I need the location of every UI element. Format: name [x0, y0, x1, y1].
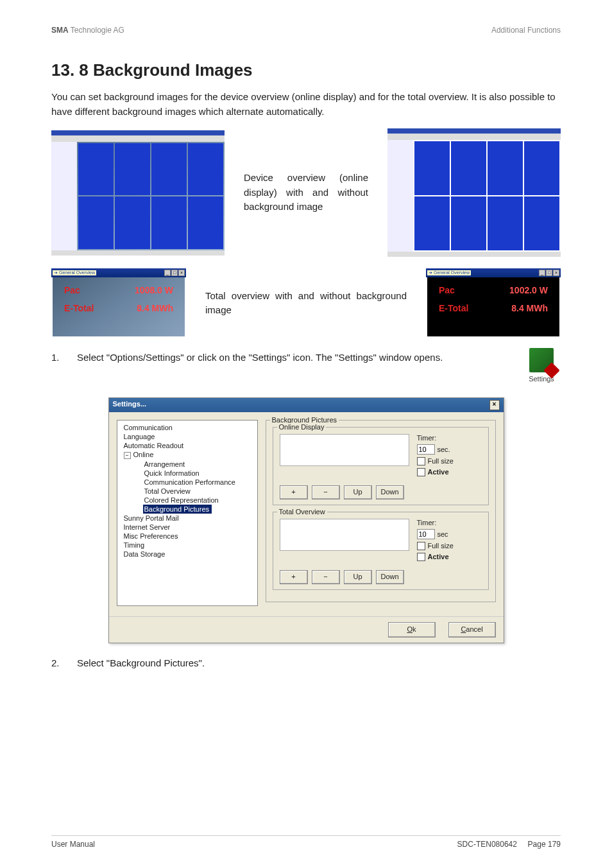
online-timer-label: Timer:: [417, 434, 454, 442]
online-fullsize-label: Full size: [428, 457, 454, 465]
caption-device-overview: Device overview (online display) with an…: [244, 171, 368, 214]
window-title-text: General Overview: [59, 270, 95, 275]
expand-icon[interactable]: −: [124, 452, 131, 459]
etotal-value-2: 8.4 MWh: [511, 303, 548, 313]
total-timer-column: Timer: sec Full size Active: [417, 519, 454, 564]
total-add-button[interactable]: +: [280, 570, 308, 584]
total-active-label: Active: [428, 553, 449, 560]
settings-footer: Ok Cancel: [109, 616, 504, 643]
online-add-button[interactable]: +: [280, 485, 308, 499]
online-timer-input[interactable]: [417, 444, 435, 455]
etotal-label-2: E-Total: [439, 303, 468, 313]
tree-timing[interactable]: Timing: [120, 541, 255, 550]
step-2-number: 2.: [51, 656, 64, 671]
tree-colored-representation[interactable]: Colored Representation: [120, 496, 255, 505]
screenshot-device-overview-with-bg: [51, 130, 225, 256]
online-up-button[interactable]: Up: [344, 485, 372, 499]
tree-language[interactable]: Language: [120, 432, 255, 441]
screenshot-general-overview-no-bg: ➔ General Overview _□× Pac1002.0 W E-Tot…: [426, 268, 561, 338]
screenshot-device-overview-no-bg: [387, 128, 561, 257]
document-page: SMA Technologie AG Additional Functions …: [0, 0, 612, 868]
footer-left: User Manual: [51, 840, 95, 849]
title-arrow-icon: ➔ General Overview: [53, 270, 96, 275]
close-button[interactable]: ×: [489, 400, 500, 410]
tree-online[interactable]: −Online: [120, 450, 255, 460]
tree-communication[interactable]: Communication: [120, 423, 255, 432]
tree-online-label: Online: [133, 451, 154, 458]
settings-right-pane: Background Pictures Online Display + − U…: [266, 420, 496, 609]
total-timer-input[interactable]: [417, 529, 435, 539]
tree-arrangement[interactable]: Arrangement: [120, 460, 255, 469]
total-timer-label: Timer:: [417, 519, 454, 526]
tree-automatic-readout[interactable]: Automatic Readout: [120, 441, 255, 450]
etotal-label: E-Total: [64, 303, 94, 313]
page-header: SMA Technologie AG Additional Functions: [51, 26, 561, 35]
group-online-display: Online Display + − Up Down: [273, 427, 489, 505]
group-online-title: Online Display: [277, 423, 327, 431]
pac-value-2: 1002.0 W: [509, 285, 548, 295]
total-fullsize-checkbox[interactable]: [417, 542, 425, 550]
window-titlebar: ➔ General Overview _□×: [51, 268, 186, 277]
caption-total-overview: Total overview with and without backgrou…: [205, 289, 407, 318]
online-remove-button[interactable]: −: [312, 485, 340, 499]
total-remove-button[interactable]: −: [312, 570, 340, 584]
online-preview-list[interactable]: [280, 434, 409, 466]
section-heading: 13. 8 Background Images: [51, 60, 561, 80]
step-1-text: Select "Options/Settings" or click on th…: [77, 351, 503, 385]
online-timer-unit: sec.: [438, 446, 450, 453]
ok-underline: O: [407, 625, 412, 633]
intro-paragraph: You can set background images for the de…: [51, 90, 561, 119]
online-fullsize-checkbox[interactable]: [417, 457, 425, 465]
tree-total-overview[interactable]: Total Overview: [120, 487, 255, 496]
ok-rest: k: [412, 625, 416, 633]
screenshot-general-overview-with-bg: ➔ General Overview _□× Pac1008.0 W E-Tot…: [51, 268, 186, 338]
total-preview-list[interactable]: [280, 519, 409, 551]
total-down-button[interactable]: Down: [376, 570, 404, 584]
online-down-button[interactable]: Down: [376, 485, 404, 499]
tree-misc-preferences[interactable]: Misc Preferences: [120, 532, 255, 541]
settings-titlebar: Settings... ×: [109, 398, 504, 412]
settings-dialog: Settings... × Communication Language Aut…: [108, 397, 504, 643]
etotal-value: 8.4 MWh: [137, 303, 173, 313]
header-left: SMA Technologie AG: [51, 26, 124, 35]
settings-body: Communication Language Automatic Readout…: [109, 412, 504, 616]
online-timer-column: Timer: sec. Full size Active: [417, 434, 454, 479]
step-1-number: 1.: [51, 351, 64, 385]
pac-label-2: Pac: [439, 285, 455, 295]
settings-tree[interactable]: Communication Language Automatic Readout…: [117, 420, 258, 606]
tree-quick-information[interactable]: Quick Information: [120, 469, 255, 478]
tree-background-pictures[interactable]: Background Pictures: [143, 505, 212, 514]
settings-icon: [529, 348, 554, 372]
online-active-checkbox[interactable]: [417, 468, 425, 476]
total-timer-unit: sec: [438, 530, 448, 538]
tree-data-storage[interactable]: Data Storage: [120, 550, 255, 559]
ok-button[interactable]: Ok: [388, 622, 436, 638]
window-buttons: _□×: [164, 270, 185, 276]
header-right: Additional Functions: [491, 26, 561, 35]
tree-internet-server[interactable]: Internet Server: [120, 523, 255, 532]
group-total-overview: Total Overview + − Up Down: [273, 512, 489, 590]
window-title-text-2: General Overview: [434, 270, 470, 275]
step-1: 1. Select "Options/Settings" or click on…: [51, 351, 561, 385]
total-up-button[interactable]: Up: [344, 570, 372, 584]
tree-sunny-portal-mail[interactable]: Sunny Portal Mail: [120, 514, 255, 523]
footer-page: Page 179: [528, 840, 561, 849]
cancel-button[interactable]: Cancel: [448, 622, 496, 638]
steps-list: 1. Select "Options/Settings" or click on…: [51, 351, 561, 385]
footer-right: SDC-TEN080642 Page 179: [457, 840, 561, 849]
page-footer: User Manual SDC-TEN080642 Page 179: [51, 835, 561, 849]
title-arrow-icon-2: ➔ General Overview: [427, 270, 471, 275]
step-2: 2. Select "Background Pictures".: [51, 656, 561, 671]
steps-list-2: 2. Select "Background Pictures".: [51, 656, 561, 671]
settings-title-text: Settings...: [113, 400, 147, 410]
online-active-label: Active: [428, 468, 449, 476]
group-total-title: Total Overview: [277, 508, 327, 516]
total-active-checkbox[interactable]: [417, 553, 425, 561]
header-company-bold: SMA: [51, 26, 69, 35]
settings-icon-block: Settings: [522, 348, 561, 385]
window-titlebar-2: ➔ General Overview _□×: [426, 268, 561, 277]
total-fullsize-label: Full size: [428, 542, 454, 550]
pac-label: Pac: [64, 285, 80, 295]
group-background-pictures: Background Pictures Online Display + − U…: [266, 420, 496, 602]
tree-communication-performance[interactable]: Communication Performance: [120, 478, 255, 487]
